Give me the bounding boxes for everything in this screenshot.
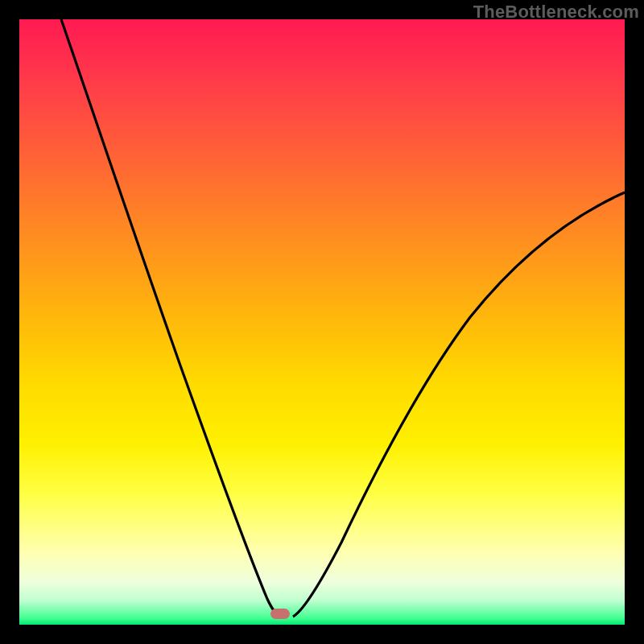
plot-area: [19, 19, 625, 625]
minimum-marker: [270, 609, 290, 619]
right-branch-curve: [293, 192, 625, 617]
chart-container: TheBottleneck.com: [0, 0, 644, 644]
left-branch-curve: [61, 19, 282, 617]
curve-layer: [19, 19, 625, 625]
